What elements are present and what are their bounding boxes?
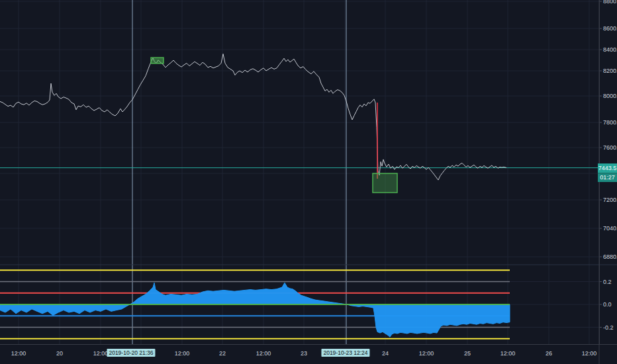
trading-chart-app: 8800.08600.08400.08200.08000.07800.07600…	[0, 0, 617, 364]
last-price-tag[interactable]: 7443.5	[598, 163, 617, 173]
bar-countdown-tag: 01:27	[598, 173, 617, 182]
time-axis[interactable]: 12:002012:0012:002212:00232412:002512:00…	[0, 344, 617, 364]
time-axis-label: 12:00	[419, 350, 434, 357]
time-axis-label: 25	[464, 350, 471, 357]
last-price-value: 7443.5	[598, 165, 617, 171]
time-axis-label: 12:00	[256, 350, 271, 357]
time-axis-label: 24	[382, 350, 389, 357]
bar-countdown-value: 01:27	[600, 174, 615, 181]
time-axis-label: 26	[546, 350, 552, 357]
time-axis-label: 23	[301, 350, 307, 357]
time-axis-label: 12:00	[11, 350, 26, 357]
oscillator-area	[0, 283, 510, 337]
highlighted-timestamp-label: 2019-10-20 21:36	[107, 349, 155, 357]
highlighted-timestamp-label: 2019-10-23 12:24	[321, 349, 369, 357]
trade-marker-box[interactable]	[151, 58, 164, 64]
time-axis-label: 20	[56, 350, 63, 357]
time-axis-label: 12:00	[582, 350, 597, 357]
time-axis-label: 12:00	[175, 350, 190, 357]
chart-canvas[interactable]: 8800.08600.08400.08200.08000.07800.07600…	[0, 0, 617, 364]
time-axis-label: 22	[219, 350, 226, 357]
price-series-line	[0, 54, 506, 180]
time-axis-label: 12:00	[93, 350, 109, 357]
time-axis-label: 12:00	[500, 350, 516, 357]
trade-marker-box[interactable]	[373, 173, 397, 193]
